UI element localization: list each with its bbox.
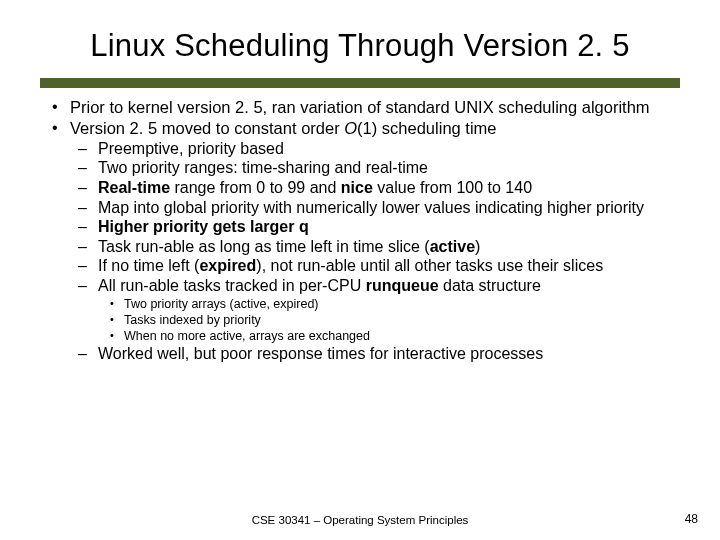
bold-text: expired <box>199 257 256 274</box>
bullet-text: data structure <box>439 277 541 294</box>
list-item: Two priority ranges: time-sharing and re… <box>76 159 680 178</box>
bullet-text: When no more active, arrays are exchange… <box>124 329 370 343</box>
list-item: If no time left (expired), not run-able … <box>76 257 680 276</box>
list-item: Preemptive, priority based <box>76 140 680 159</box>
bullet-text: value from 100 to 140 <box>373 179 532 196</box>
bullet-list-level3: Two priority arrays (active, expired) Ta… <box>108 297 680 344</box>
bold-text: Real-time <box>98 179 170 196</box>
bold-text: runqueue <box>366 277 439 294</box>
slide-content: Prior to kernel version 2. 5, ran variat… <box>40 98 680 364</box>
footer-page-number: 48 <box>685 512 698 526</box>
footer-course: CSE 30341 – Operating System Principles <box>0 514 720 526</box>
bullet-text: ) <box>475 238 480 255</box>
bullet-list-level1: Prior to kernel version 2. 5, ran variat… <box>48 98 680 364</box>
bullet-text: range from 0 to 99 and <box>170 179 341 196</box>
title-divider <box>40 78 680 88</box>
list-item: All run-able tasks tracked in per-CPU ru… <box>76 277 680 344</box>
bullet-text: Two priority arrays (active, expired) <box>124 297 319 311</box>
list-item: Two priority arrays (active, expired) <box>108 297 680 313</box>
bullet-list-level2: Preemptive, priority based Two priority … <box>76 140 680 364</box>
bold-text: Higher priority gets larger q <box>98 218 309 235</box>
bullet-text: Two priority ranges: time-sharing and re… <box>98 159 428 176</box>
bullet-text: Prior to kernel version 2. 5, ran variat… <box>70 98 650 116</box>
list-item: Tasks indexed by priority <box>108 313 680 329</box>
slide: Linux Scheduling Through Version 2. 5 Pr… <box>0 0 720 540</box>
bullet-text: Tasks indexed by priority <box>124 313 261 327</box>
bullet-text: Task run-able as long as time left in ti… <box>98 238 430 255</box>
list-item: Version 2. 5 moved to constant order O(1… <box>48 119 680 363</box>
list-item: Map into global priority with numericall… <box>76 199 680 218</box>
slide-title: Linux Scheduling Through Version 2. 5 <box>40 28 680 64</box>
bullet-text: Map into global priority with numericall… <box>98 199 644 216</box>
list-item: Worked well, but poor response times for… <box>76 345 680 364</box>
italic-text: O <box>344 119 357 137</box>
bullet-text: If no time left ( <box>98 257 199 274</box>
bold-text: nice <box>341 179 373 196</box>
list-item: Prior to kernel version 2. 5, ran variat… <box>48 98 680 117</box>
bullet-text: Preemptive, priority based <box>98 140 284 157</box>
list-item: Higher priority gets larger q <box>76 218 680 237</box>
list-item: Task run-able as long as time left in ti… <box>76 238 680 257</box>
bullet-text: ), not run-able until all other tasks us… <box>256 257 603 274</box>
bullet-text: Version 2. 5 moved to constant order <box>70 119 344 137</box>
list-item: When no more active, arrays are exchange… <box>108 329 680 345</box>
bullet-text: All run-able tasks tracked in per-CPU <box>98 277 366 294</box>
bullet-text: Worked well, but poor response times for… <box>98 345 543 362</box>
list-item: Real-time range from 0 to 99 and nice va… <box>76 179 680 198</box>
bullet-text: (1) scheduling time <box>357 119 496 137</box>
bold-text: active <box>430 238 475 255</box>
